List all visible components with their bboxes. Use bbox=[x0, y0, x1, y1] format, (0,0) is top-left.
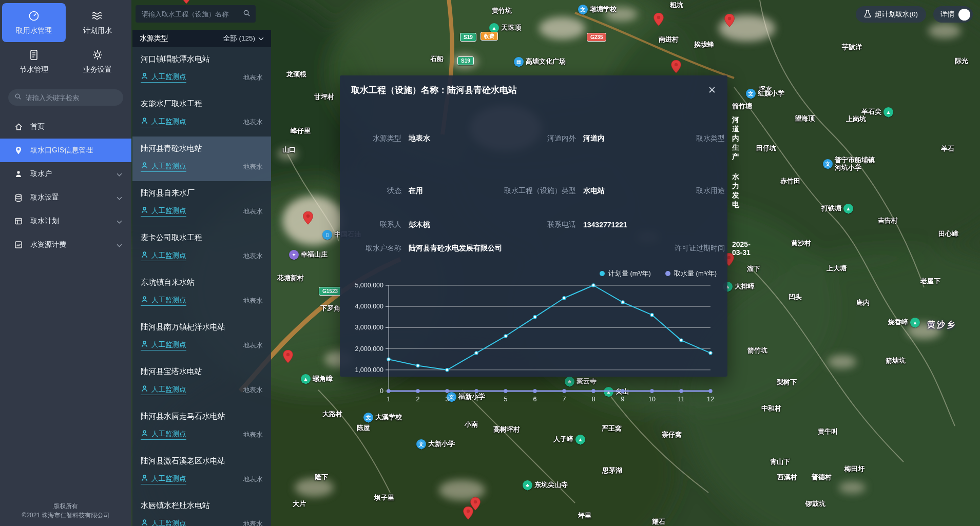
field-label: 取水用途 bbox=[660, 186, 732, 196]
close-icon[interactable]: ✕ bbox=[708, 84, 716, 96]
module-tile-1[interactable]: 取用水管理 bbox=[2, 3, 66, 42]
station-search-input[interactable] bbox=[142, 10, 239, 18]
map-place-label: 黄牛叫 bbox=[818, 428, 838, 436]
manual-monitor-link[interactable]: 人工监测点 bbox=[141, 117, 186, 127]
legend-item[interactable]: 计划量 (m³/年) bbox=[600, 269, 651, 278]
station-search[interactable] bbox=[136, 5, 256, 23]
road-shield: S19 bbox=[457, 56, 474, 65]
map-place-label: 梅田圩 bbox=[844, 465, 864, 473]
doc-icon bbox=[28, 49, 40, 61]
module-switcher: 取用水管理计划用水节水管理业务设置 bbox=[0, 0, 131, 82]
pin-icon bbox=[14, 146, 23, 155]
map-place-label: 花塘新村 bbox=[277, 275, 304, 282]
module-label: 节水管理 bbox=[20, 65, 48, 74]
station-list-item-3[interactable]: 陆河县青砼水电站人工监测点地表水 bbox=[132, 137, 271, 181]
station-list-item-7[interactable]: 陆河县南万镇杞洋水电站人工监测点地表水 bbox=[132, 315, 271, 360]
red-marker-pin[interactable] bbox=[283, 350, 293, 363]
sidebar-search[interactable] bbox=[8, 89, 123, 106]
manual-monitor-link[interactable]: 人工监测点 bbox=[141, 385, 186, 395]
station-list-item-11[interactable]: 水唇镇水栏肚水电站人工监测点地表水 bbox=[132, 494, 271, 526]
station-list-item-8[interactable]: 陆河县宝塔水电站人工监测点地表水 bbox=[132, 360, 271, 404]
manual-monitor-link[interactable]: 人工监测点 bbox=[141, 519, 186, 526]
map-poi-building: ▦高塘文化广场 bbox=[514, 57, 566, 67]
legend-label: 取水量 (m³/年) bbox=[674, 269, 717, 278]
map-place-label: 大片 bbox=[293, 500, 306, 508]
filter-label: 水源类型 bbox=[140, 34, 168, 43]
sidebar-item-3[interactable]: 取水户 bbox=[0, 162, 131, 186]
svg-text:12: 12 bbox=[707, 396, 714, 403]
manual-monitor-link[interactable]: 人工监测点 bbox=[141, 430, 186, 440]
station-list-item-2[interactable]: 友能水厂取水工程人工监测点地表水 bbox=[132, 92, 271, 137]
filter-dropdown[interactable]: 全部 (125) bbox=[223, 34, 264, 43]
manual-monitor-link[interactable]: 人工监测点 bbox=[141, 251, 186, 261]
sidebar-search-input[interactable] bbox=[26, 94, 117, 102]
map-poi-mountain: ▲大排嶂 bbox=[723, 282, 755, 291]
map-place-label: 田仔坑 bbox=[756, 145, 776, 152]
detail-field-row: 状态在用取水工程（设施）类型水电站取水用途水力发电 bbox=[355, 172, 714, 209]
red-marker-pin[interactable] bbox=[724, 14, 735, 27]
station-list-item-4[interactable]: 陆河县自来水厂人工监测点地表水 bbox=[132, 181, 271, 226]
manual-monitor-link[interactable]: 人工监测点 bbox=[141, 340, 186, 350]
map-place-label: 羊石 bbox=[941, 145, 954, 153]
manual-monitor-link[interactable]: 人工监测点 bbox=[141, 206, 186, 217]
station-list-item-9[interactable]: 陆河县水唇走马石水电站人工监测点地表水 bbox=[132, 404, 271, 449]
red-marker-pin[interactable] bbox=[181, 0, 191, 4]
person-icon bbox=[141, 162, 148, 171]
manual-monitor-link[interactable]: 人工监测点 bbox=[141, 162, 186, 172]
water-source-filter[interactable]: 水源类型 全部 (125) bbox=[132, 30, 271, 47]
over-plan-intake-button[interactable]: 超计划取水(0) bbox=[856, 6, 926, 23]
red-marker-pin[interactable] bbox=[654, 13, 664, 26]
water-type-label: 地表水 bbox=[243, 207, 263, 216]
sidebar-item-2[interactable]: 取水口GIS信息管理 bbox=[0, 139, 131, 162]
svg-text:5,000,000: 5,000,000 bbox=[355, 282, 383, 289]
station-name: 陆河县自来水厂 bbox=[141, 188, 263, 198]
red-marker-pin[interactable] bbox=[303, 211, 313, 225]
map-place-label: 普德村 bbox=[812, 474, 832, 481]
manual-monitor-link[interactable]: 人工监测点 bbox=[141, 474, 186, 484]
map-place-label: 挨垅蜂 bbox=[694, 41, 714, 49]
map-place-label: 箭塘坑 bbox=[886, 357, 906, 365]
module-tile-2[interactable]: 计划用水 bbox=[66, 3, 129, 42]
svg-text:8: 8 bbox=[592, 396, 595, 403]
map-place-label: 思茅湖 bbox=[602, 467, 622, 475]
field-value: 陆河县青砼水电发展有限公司 bbox=[409, 244, 660, 253]
field-value: 水电站 bbox=[583, 186, 660, 196]
station-list-item-5[interactable]: 麦卡公司取水工程人工监测点地表水 bbox=[132, 226, 271, 270]
station-list-item-1[interactable]: 河口镇唱歌潭水电站人工监测点地表水 bbox=[132, 47, 271, 92]
sidebar-item-1[interactable]: 首页 bbox=[0, 115, 131, 139]
school-pin-icon: 文 bbox=[746, 89, 756, 99]
module-tile-4[interactable]: 业务设置 bbox=[66, 42, 129, 81]
water-type-label: 地表水 bbox=[243, 251, 263, 261]
map-place-label: 严王窝 bbox=[602, 425, 622, 433]
map-place-label: 箭竹塘 bbox=[732, 103, 752, 110]
sidebar-item-4[interactable]: 取水设置 bbox=[0, 186, 131, 209]
svg-text:11: 11 bbox=[678, 396, 685, 403]
module-tile-3[interactable]: 节水管理 bbox=[2, 42, 66, 81]
home-icon bbox=[14, 123, 23, 131]
legend-item[interactable]: 取水量 (m³/年) bbox=[665, 269, 717, 278]
station-list-item-6[interactable]: 东坑镇自来水站人工监测点地表水 bbox=[132, 270, 271, 315]
manual-monitor-link[interactable]: 人工监测点 bbox=[141, 296, 186, 306]
red-marker-pin[interactable] bbox=[671, 60, 681, 73]
field-value: 河道内生产 bbox=[732, 115, 739, 162]
map-place-label: 黄沙村 bbox=[791, 240, 811, 247]
map-place-label: 吉告村 bbox=[878, 217, 898, 225]
map-place-label: 寨仔窝 bbox=[662, 431, 682, 439]
detail-toggle[interactable]: 详情 bbox=[933, 6, 973, 23]
sidebar-item-5[interactable]: 取水计划 bbox=[0, 209, 131, 233]
svg-text:7: 7 bbox=[563, 396, 566, 403]
red-marker-pin[interactable] bbox=[463, 506, 473, 520]
station-list-item-10[interactable]: 陆河县激石溪老区水电站人工监测点地表水 bbox=[132, 449, 271, 494]
map-poi-label: 墩塘学校 bbox=[590, 6, 617, 13]
map-poi-school: 文红旗小学 bbox=[746, 89, 784, 99]
modal-chart-svg: 01,000,0002,000,0003,000,0004,000,0005,0… bbox=[348, 278, 720, 406]
manual-monitor-link[interactable]: 人工监测点 bbox=[141, 72, 186, 83]
chevron-down-icon bbox=[117, 217, 122, 225]
map-poi-label: 天珠顶 bbox=[501, 24, 521, 32]
field-label: 状态 bbox=[355, 186, 409, 196]
field-value: 2025-03-31 bbox=[732, 240, 751, 257]
chevron-down-icon bbox=[258, 37, 264, 41]
map-poi-label: 高塘文化广场 bbox=[526, 58, 566, 66]
search-icon[interactable] bbox=[243, 9, 251, 19]
sidebar-item-6[interactable]: 水资源计费 bbox=[0, 233, 131, 257]
